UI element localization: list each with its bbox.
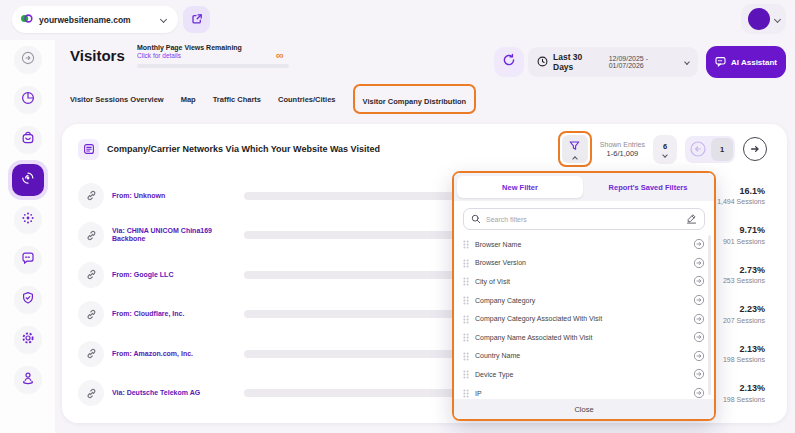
apply-filter-icon[interactable] [693, 313, 705, 325]
settings-gear-icon [21, 331, 35, 349]
website-name: yourwebsitename.com [39, 15, 155, 25]
apply-filter-icon[interactable] [693, 350, 705, 362]
drag-handle-icon[interactable] [463, 291, 469, 309]
tab-visitor-company-distribution[interactable]: Visitor Company Distribution [363, 97, 467, 106]
bar-label[interactable]: From: Unknown [112, 192, 244, 200]
ai-assistant-button[interactable]: AI Assistant [706, 46, 786, 78]
sidebar-item-settings[interactable] [14, 326, 42, 354]
shown-entries-label: Shown Entries [600, 140, 645, 149]
filter-item-label: Browser Version [475, 259, 526, 266]
drag-handle-icon[interactable] [463, 235, 469, 253]
sidebar-item-inbox[interactable] [14, 126, 42, 154]
drag-handle-icon[interactable] [463, 365, 469, 383]
avatar [748, 8, 770, 30]
link-icon[interactable] [78, 262, 104, 288]
sidebar-item-security[interactable] [14, 286, 42, 314]
link-icon[interactable] [78, 301, 104, 327]
sidebar [0, 40, 55, 433]
next-page-button[interactable] [743, 137, 767, 161]
close-filter-button[interactable]: Close [454, 399, 714, 419]
date-range-value: 12/09/2025 - 01/07/2026 [609, 55, 680, 69]
shield-check-icon [21, 291, 35, 309]
drag-handle-icon[interactable] [463, 272, 469, 290]
filter-item-company-category[interactable]: Company Category [463, 291, 705, 310]
previous-page-button[interactable] [687, 138, 709, 160]
quota-details-link[interactable]: Click for details [137, 52, 289, 59]
filter-item-browser-version[interactable]: Browser Version [463, 254, 705, 273]
website-selector[interactable]: yourwebsitename.com [12, 6, 178, 33]
quota-label: Monthly Page Views Remaining [137, 44, 289, 51]
bar-label[interactable]: From: Amazon.com, Inc. [112, 350, 244, 358]
filter-item-company-category-associated[interactable]: Company Category Associated With Visit [463, 309, 705, 328]
account-location-icon [21, 371, 35, 389]
date-preset: Last 30 Days [553, 52, 602, 72]
tab-traffic-charts[interactable]: Traffic Charts [213, 95, 261, 104]
sidebar-item-visitors[interactable] [12, 164, 44, 196]
shown-entries-value: 1-6/1,009 [600, 149, 645, 159]
refresh-button[interactable] [494, 47, 524, 77]
tab-countries-cities[interactable]: Countries/Cities [278, 95, 336, 104]
apply-filter-icon[interactable] [693, 368, 705, 380]
drag-handle-icon[interactable] [463, 310, 469, 328]
filter-search-input[interactable] [486, 216, 681, 223]
page-title: Visitors [70, 47, 125, 64]
quota-widget: Monthly Page Views Remaining Click for d… [137, 44, 289, 68]
card-header: Company/Carrier Networks Via Which Your … [62, 124, 787, 174]
apply-filter-icon[interactable] [693, 331, 705, 343]
filter-item-label: Company Category Associated With Visit [475, 315, 602, 322]
link-icon[interactable] [78, 183, 104, 209]
shown-entries: Shown Entries 1-6/1,009 [600, 140, 645, 159]
ai-chat-icon [715, 56, 726, 69]
sidebar-item-dashboard[interactable] [14, 86, 42, 114]
active-tab-highlight: Visitor Company Distribution [353, 84, 477, 114]
filter-button[interactable] [562, 135, 588, 163]
current-page[interactable]: 1 [711, 138, 733, 161]
tab-visitor-sessions-overview[interactable]: Visitor Sessions Overview [70, 95, 164, 104]
clear-filters-icon[interactable] [686, 210, 697, 228]
apply-filter-icon[interactable] [693, 387, 705, 399]
drag-handle-icon[interactable] [463, 328, 469, 346]
drag-handle-icon[interactable] [463, 254, 469, 272]
filter-item-label: Browser Name [475, 241, 521, 248]
filter-list: Browser Name Browser Version City of Vis… [463, 235, 705, 402]
filter-item-country-name[interactable]: Country Name [463, 347, 705, 366]
open-website-button[interactable] [183, 6, 210, 33]
drag-handle-icon[interactable] [463, 347, 469, 365]
link-icon[interactable] [78, 341, 104, 367]
apply-filter-icon[interactable] [693, 294, 705, 306]
tab-map[interactable]: Map [181, 95, 196, 104]
apply-filter-icon[interactable] [693, 275, 705, 287]
chevron-down-icon [684, 59, 690, 65]
link-icon[interactable] [78, 222, 104, 248]
bar-label[interactable]: Via: Deutsche Telekom AG [112, 389, 244, 397]
filter-panel-tabs: New Filter Report's Saved Filters [454, 173, 714, 201]
tab-new-filter[interactable]: New Filter [457, 176, 583, 198]
filter-item-label: IP [475, 390, 482, 397]
quota-progress-bar [137, 64, 289, 68]
link-icon[interactable] [78, 380, 104, 406]
tab-reports-saved-filters[interactable]: Report's Saved Filters [585, 176, 711, 198]
report-doc-icon [78, 139, 99, 160]
filter-item-device-type[interactable]: Device Type [463, 365, 705, 384]
sidebar-collapse-button[interactable] [14, 46, 42, 74]
sidebar-item-audience[interactable] [14, 206, 42, 234]
chat-bubble-icon [21, 251, 35, 269]
bar-label[interactable]: Via: CHINA UNICOM China169 Backbone [112, 227, 244, 244]
filter-item-browser-name[interactable]: Browser Name [463, 235, 705, 254]
filter-item-company-name-associated[interactable]: Company Name Associated With Visit [463, 328, 705, 347]
date-range-picker[interactable]: Last 30 Days 12/09/2025 - 01/07/2026 [528, 47, 698, 77]
filter-list-scrollbar[interactable] [708, 235, 711, 395]
apply-filter-icon[interactable] [693, 238, 705, 250]
app-screen: yourwebsitename.com [0, 0, 795, 433]
user-menu[interactable] [741, 4, 786, 34]
sidebar-item-feedback[interactable] [14, 246, 42, 274]
filter-item-city-of-visit[interactable]: City of Visit [463, 272, 705, 291]
bar-label[interactable]: From: Cloudflare, Inc. [112, 310, 244, 318]
chevron-down-icon [773, 15, 780, 22]
quota-value: ∞ [276, 49, 284, 61]
website-favicon-icon [20, 11, 33, 29]
apply-filter-icon[interactable] [693, 257, 705, 269]
page-size-select[interactable]: 6 [653, 135, 677, 164]
bar-label[interactable]: From: Google LLC [112, 271, 244, 279]
sidebar-item-account[interactable] [14, 366, 42, 394]
